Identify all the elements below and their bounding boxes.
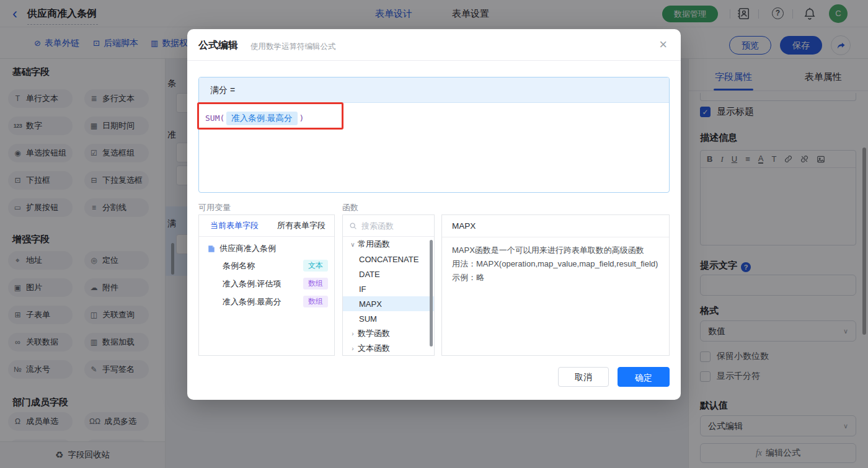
function-group-text[interactable]: ›文本函数 [343,341,434,356]
variables-tree-root[interactable]: 供应商准入条例 [199,237,334,257]
tab-current-form-fields[interactable]: 当前表单字段 [210,220,259,231]
search-icon [349,222,357,230]
variable-field-row[interactable]: 准入条例.评估项 数组 [199,275,334,293]
functions-panel: ∨常用函数 CONCATENATE DATE IF MAPX SUM ›数学函数… [342,214,435,356]
function-description-title: MAPX [442,215,669,237]
function-description-panel: MAPX MAPX函数是一个可以用来进行跨表单取数的高级函数 用法：MAPX(o… [441,214,670,356]
type-badge: 数组 [303,278,328,289]
functions-scrollbar-thumb[interactable] [430,240,433,347]
function-group-label: 文本函数 [358,343,390,354]
chevron-right-icon: › [348,330,358,337]
variable-field-row[interactable]: 条例名称 文本 [199,257,334,275]
variable-field-row[interactable]: 准入条例.最高分 数组 [199,293,334,311]
confirm-button[interactable]: 确定 [618,367,670,387]
close-icon[interactable]: × [659,37,667,53]
tab-all-form-fields[interactable]: 所有表单字段 [277,220,326,231]
field-token-chip: 准入条例.最高分 [226,112,297,125]
chevron-right-icon: › [348,345,358,352]
function-item-mapx[interactable]: MAPX [343,296,434,311]
function-group-common[interactable]: ∨常用函数 [343,237,434,252]
formula-editor-box: 满分 = SUM(准入条例.最高分) [198,77,670,193]
description-line: MAPX函数是一个可以用来进行跨表单取数的高级函数 [452,244,659,257]
formula-target-strip: 满分 = [199,77,669,103]
function-item-date[interactable]: DATE [343,267,434,281]
description-line: 用法：MAPX(operation,map_value,map_field,re… [452,257,659,271]
variables-label: 可用变量 [198,202,231,213]
function-open-token: SUM( [205,113,224,123]
app-root: ‹ 供应商准入条例 表单设计 表单设置 数据管理 ? C ⊘表单外链 ⊡后端脚本… [0,0,868,468]
variable-name: 准入条例.评估项 [223,278,303,289]
form-doc-icon [208,245,215,253]
divider [187,60,681,61]
function-item-if[interactable]: IF [343,281,434,296]
type-badge: 数组 [303,296,328,307]
function-item-concatenate[interactable]: CONCATENATE [343,252,434,267]
function-group-label: 数学函数 [358,328,390,339]
variables-tabs: 当前表单字段 所有表单字段 [199,215,334,237]
modal-subtitle: 使用数学运算符编辑公式 [250,42,336,52]
function-search [343,215,434,237]
description-line: 示例：略 [452,271,659,285]
function-description-body: MAPX函数是一个可以用来进行跨表单取数的高级函数 用法：MAPX(operat… [442,237,669,291]
function-group-math[interactable]: ›数学函数 [343,326,434,341]
cancel-button[interactable]: 取消 [558,367,609,387]
function-search-input[interactable] [361,221,420,231]
type-badge: 文本 [303,260,328,272]
variable-name: 条例名称 [223,260,303,272]
modal-title: 公式编辑 [198,39,238,52]
chevron-down-icon: ∨ [348,241,358,248]
functions-label: 函数 [342,202,358,213]
function-close-token: ) [299,113,304,123]
formula-code-area[interactable]: SUM(准入条例.最高分) [199,103,669,134]
form-root-label: 供应商准入条例 [219,243,276,254]
formula-editor-modal: 公式编辑 使用数学运算符编辑公式 × 满分 = SUM(准入条例.最高分) 可用… [187,29,681,400]
variable-name: 准入条例.最高分 [223,296,303,307]
function-item-sum[interactable]: SUM [343,311,434,326]
variables-panel: 当前表单字段 所有表单字段 供应商准入条例 条例名称 文本 准入条例.评估项 数… [198,214,335,356]
function-group-label: 常用函数 [358,239,390,250]
